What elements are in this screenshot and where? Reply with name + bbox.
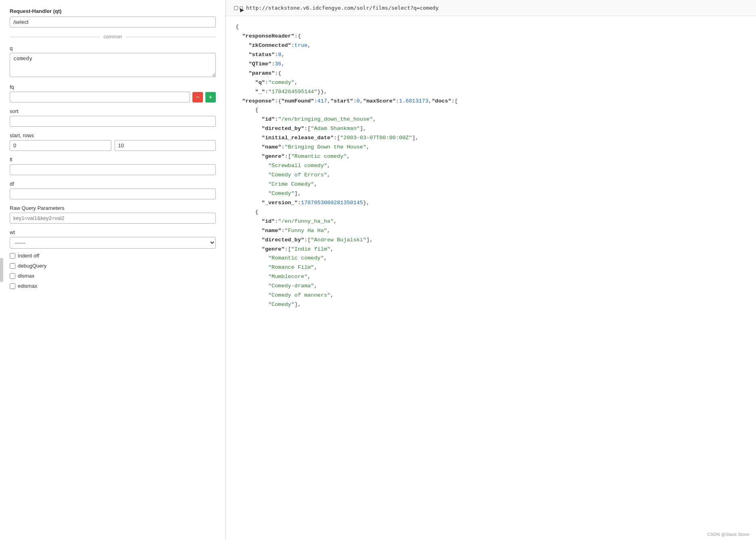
q-input[interactable]: comedy [10,53,216,77]
start-rows-label: start, rows [10,132,216,138]
left-panel: Request-Handler (qt) common q comedy fq … [0,0,226,540]
start-input[interactable] [10,140,111,151]
edismax-checkbox[interactable] [10,283,15,289]
rows-input[interactable] [115,140,216,151]
indent-off-checkbox[interactable] [10,253,15,259]
debug-query-checkbox[interactable] [10,263,15,269]
scroll-indicator[interactable] [0,258,3,282]
url-icon-box [234,6,238,10]
request-handler-input[interactable] [10,17,216,27]
raw-query-label: Raw Query Parameters [10,205,216,211]
fl-input[interactable] [10,164,216,175]
df-input[interactable] [10,188,216,199]
json-content: { "responseHeader":{ "zkConnected":true,… [226,16,756,326]
edismax-checkbox-row[interactable]: edismax [10,283,216,289]
fq-minus-button[interactable]: − [192,92,203,103]
debug-query-checkbox-row[interactable]: debugQuery [10,263,216,269]
url-icon-arrow: ▶ [240,6,243,10]
q-label: q [10,45,216,51]
fq-input[interactable] [10,92,190,103]
fl-label: fl [10,157,216,163]
start-rows-row [10,140,216,151]
dismax-checkbox[interactable] [10,273,15,279]
wt-select[interactable]: ------ json xml csv python ruby php phps [10,237,216,249]
right-panel: ▶ http://stackstone.v6.idcfengye.com/sol… [226,0,756,540]
wt-label: wt [10,229,216,235]
url-icon: ▶ [234,6,243,10]
sort-label: sort [10,108,216,114]
debug-query-label: debugQuery [18,263,47,269]
watermark: CSDN @Stack Stone [707,532,750,537]
edismax-label: edismax [18,283,37,289]
url-bar: ▶ http://stackstone.v6.idcfengye.com/sol… [226,0,756,16]
dismax-checkbox-row[interactable]: dismax [10,273,216,279]
fq-plus-button[interactable]: + [205,92,216,103]
fq-row: − + [10,92,216,103]
indent-off-label: indent off [18,253,39,259]
request-handler-label: Request-Handler (qt) [10,8,216,14]
df-label: df [10,181,216,187]
dismax-label: dismax [18,273,34,279]
url-text: http://stackstone.v6.idcfengye.com/solr/… [246,5,439,11]
raw-query-input[interactable] [10,213,216,224]
indent-off-checkbox-row[interactable]: indent off [10,253,216,259]
sort-input[interactable] [10,116,216,127]
common-divider: common [10,34,216,40]
fq-label: fq [10,84,216,90]
